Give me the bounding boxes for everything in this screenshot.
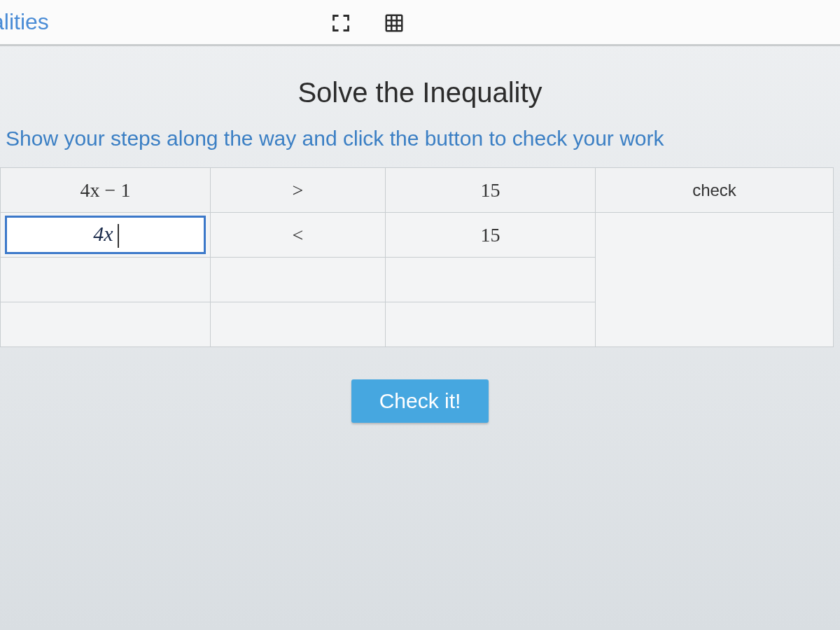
table-head-row: 4x − 1 > 15 check bbox=[1, 168, 834, 213]
table-row: 4x < 15 bbox=[1, 213, 834, 258]
page-subtitle: Show your steps along the way and click … bbox=[6, 127, 840, 150]
head-lhs: 4x − 1 bbox=[1, 168, 211, 213]
cell-lhs-active[interactable]: 4x bbox=[1, 213, 211, 258]
math-input-value: 4x bbox=[93, 222, 113, 245]
head-rhs: 15 bbox=[386, 168, 596, 213]
text-caret bbox=[118, 224, 119, 248]
content-area: Solve the Inequality Show your steps alo… bbox=[0, 56, 840, 630]
math-input[interactable]: 4x bbox=[93, 222, 117, 248]
head-op: > bbox=[211, 168, 386, 213]
cell-rhs[interactable]: 15 bbox=[386, 213, 596, 258]
work-table: 4x − 1 > 15 check bbox=[0, 167, 834, 347]
cell-rhs[interactable] bbox=[386, 258, 596, 302]
cell-rhs[interactable] bbox=[386, 302, 596, 347]
math-input-wrap[interactable]: 4x bbox=[5, 216, 206, 254]
cell-lhs[interactable] bbox=[1, 258, 211, 302]
head-check: check bbox=[596, 168, 834, 213]
table-icon[interactable] bbox=[382, 11, 406, 35]
topbar-icons bbox=[329, 11, 406, 35]
topbar: alities bbox=[0, 0, 840, 46]
cell-lhs[interactable] bbox=[1, 302, 211, 347]
svg-rect-0 bbox=[386, 15, 402, 31]
fullscreen-icon[interactable] bbox=[329, 11, 353, 35]
cell-check[interactable] bbox=[596, 213, 834, 347]
check-it-button[interactable]: Check it! bbox=[351, 379, 489, 423]
cell-op[interactable]: < bbox=[211, 213, 386, 258]
cell-op[interactable] bbox=[211, 302, 386, 347]
cell-op[interactable] bbox=[211, 258, 386, 302]
page-title: Solve the Inequality bbox=[0, 77, 840, 108]
topbar-title-fragment: alities bbox=[0, 9, 49, 35]
app-frame: alities Solve the Inequality Show your s… bbox=[0, 0, 840, 630]
